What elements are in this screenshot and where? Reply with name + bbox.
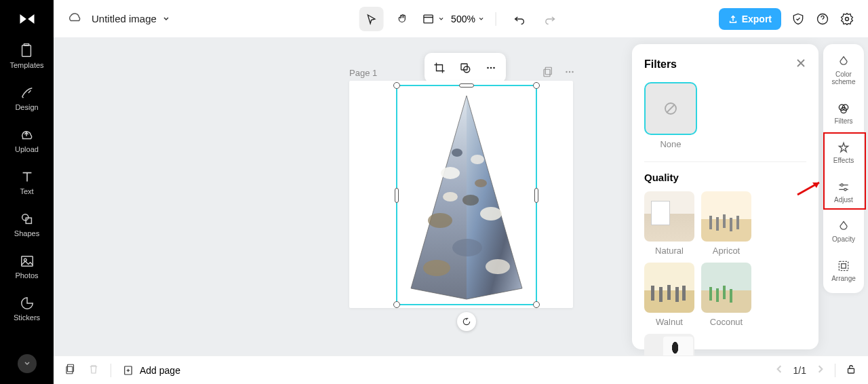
filter-label: Apricot — [713, 246, 740, 256]
settings-icon[interactable] — [840, 12, 854, 26]
chevron-down-icon — [162, 15, 170, 23]
divider — [496, 12, 496, 26]
more-options-button[interactable] — [480, 57, 502, 79]
canvas-area[interactable]: Page 1 — [54, 37, 868, 356]
filter-none[interactable] — [644, 82, 697, 135]
resize-handle-br[interactable] — [533, 301, 540, 308]
filter-none-label: None — [644, 139, 697, 149]
undo-button[interactable] — [507, 7, 532, 31]
artboard-tool[interactable] — [421, 12, 444, 26]
sidebar-item-label: Templates — [9, 61, 43, 69]
chevron-down-icon — [437, 16, 444, 22]
sidebar-item-label: Design — [15, 103, 38, 111]
divider — [644, 161, 806, 162]
prop-arrange[interactable]: Arrange — [826, 256, 861, 285]
filters-section-quality: Quality — [644, 172, 806, 183]
mask-button[interactable] — [454, 57, 476, 79]
prop-adjust[interactable]: Adjust — [826, 178, 861, 206]
crop-button[interactable] — [429, 57, 450, 79]
svg-point-18 — [490, 67, 492, 69]
pan-tool[interactable] — [390, 7, 414, 31]
resize-handle-left[interactable] — [395, 188, 399, 203]
shield-icon[interactable] — [791, 12, 806, 26]
selection-box[interactable] — [396, 85, 537, 305]
left-sidebar: Templates Design Upload Text Shapes Phot… — [0, 0, 54, 384]
resize-handle-tr[interactable] — [533, 82, 540, 89]
filters-quality-grid: Natural Apricot Walnut Coconut Light — [644, 191, 806, 356]
prop-label: Arrange — [831, 275, 856, 282]
svg-point-16 — [464, 66, 470, 73]
svg-point-13 — [569, 71, 570, 73]
prop-filters[interactable]: Filters — [826, 99, 861, 128]
select-tool[interactable] — [359, 7, 383, 31]
sidebar-item-text[interactable]: Text — [20, 170, 35, 195]
sidebar-expand-button[interactable] — [18, 354, 37, 373]
svg-rect-1 — [24, 43, 29, 45]
filter-coconut[interactable] — [701, 263, 751, 313]
sidebar-item-templates[interactable]: Templates — [9, 43, 43, 69]
sidebar-item-stickers[interactable]: Stickers — [14, 296, 40, 322]
export-button[interactable]: Export — [719, 8, 781, 30]
page-counter: 1/1 — [793, 365, 806, 376]
resize-handle-right[interactable] — [534, 188, 538, 203]
app-logo[interactable] — [16, 8, 38, 30]
sidebar-item-label: Shapes — [14, 229, 39, 237]
lock-button[interactable] — [845, 363, 857, 378]
cloud-sync-icon[interactable] — [67, 10, 82, 28]
help-icon[interactable] — [815, 12, 830, 26]
document-title[interactable]: Untitled image — [92, 13, 170, 24]
sidebar-item-shapes[interactable]: Shapes — [14, 212, 39, 237]
sidebar-item-label: Text — [20, 187, 33, 195]
redo-button[interactable] — [538, 7, 563, 31]
zoom-control[interactable]: 500% — [451, 14, 485, 24]
rotate-handle[interactable] — [457, 312, 476, 331]
pages-button[interactable] — [64, 363, 77, 378]
svg-point-2 — [22, 214, 28, 220]
filter-light[interactable] — [644, 334, 694, 356]
duplicate-page-icon[interactable] — [542, 66, 554, 78]
prop-label: Color scheme — [827, 71, 860, 85]
prev-page-button[interactable] — [774, 364, 784, 377]
filter-natural[interactable] — [644, 191, 694, 242]
svg-rect-10 — [545, 67, 551, 75]
close-filters-button[interactable] — [795, 58, 806, 71]
upload-icon — [728, 14, 738, 24]
chevron-down-icon — [478, 16, 485, 22]
sidebar-item-photos[interactable]: Photos — [15, 254, 38, 280]
svg-point-12 — [566, 71, 567, 73]
prop-effects[interactable]: Effects — [826, 138, 861, 167]
resize-handle-tl[interactable] — [393, 82, 400, 89]
svg-point-39 — [844, 189, 846, 191]
prop-opacity[interactable]: Opacity — [826, 217, 861, 246]
prop-label: Opacity — [832, 235, 855, 243]
resize-handle-bl[interactable] — [393, 301, 400, 308]
center-toolbar: 500% — [359, 7, 563, 31]
topbar: Untitled image 500% Export — [54, 0, 868, 37]
properties-sidebar: Color scheme Filters Effects Adjust Opac… — [823, 44, 864, 293]
filter-label: Coconut — [710, 317, 743, 327]
resize-handle-top[interactable] — [459, 83, 474, 88]
svg-rect-4 — [21, 256, 33, 267]
more-icon[interactable] — [564, 66, 576, 78]
export-label: Export — [742, 14, 772, 24]
prop-label: Effects — [833, 157, 854, 164]
delete-page-button[interactable] — [87, 363, 100, 378]
svg-rect-3 — [26, 218, 31, 223]
zoom-value: 500% — [451, 14, 475, 24]
filter-walnut[interactable] — [644, 263, 694, 313]
svg-point-9 — [846, 17, 849, 20]
svg-point-14 — [572, 71, 573, 73]
selection-toolbar — [425, 53, 506, 83]
next-page-button[interactable] — [816, 364, 825, 377]
add-page-button[interactable]: Add page — [122, 364, 180, 377]
sidebar-item-label: Stickers — [14, 313, 40, 322]
sidebar-item-label: Photos — [15, 271, 38, 280]
svg-point-19 — [493, 67, 495, 69]
prop-label: Filters — [834, 117, 852, 125]
bottombar: Add page 1/1 — [54, 356, 868, 384]
document-title-text: Untitled image — [92, 13, 157, 24]
filter-apricot[interactable] — [701, 191, 751, 242]
sidebar-item-upload[interactable]: Upload — [15, 128, 39, 153]
sidebar-item-design[interactable]: Design — [15, 85, 38, 111]
prop-color-scheme[interactable]: Color scheme — [826, 52, 861, 88]
